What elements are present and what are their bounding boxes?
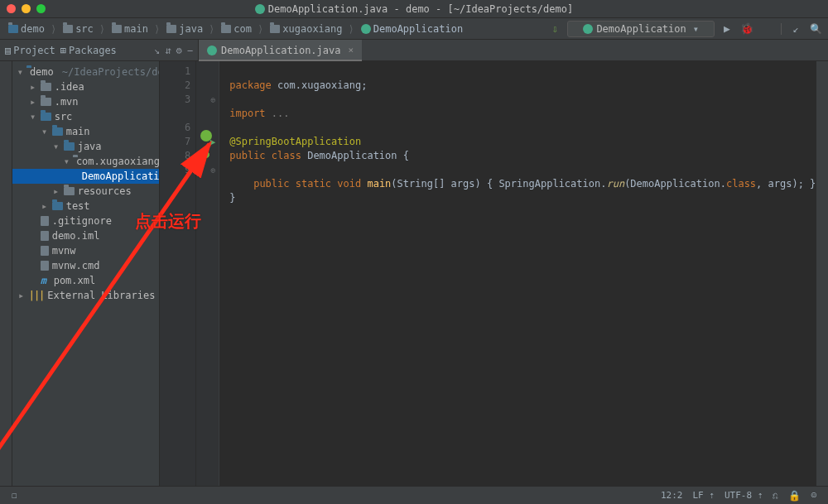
maven-icon: [41, 273, 51, 288]
tree-node-demo-iml[interactable]: demo.iml: [12, 228, 160, 243]
tree-node-src[interactable]: ▾src: [12, 109, 160, 124]
chevron-right-icon: ⟩: [258, 23, 263, 35]
breadcrumb-java[interactable]: java⟩: [163, 23, 218, 35]
tree-node-mvnw[interactable]: mvnw: [12, 243, 160, 258]
line-number[interactable]: [160, 107, 190, 121]
status-messages[interactable]: ☐: [7, 490, 22, 501]
folder-icon: [64, 142, 75, 151]
caret-position[interactable]: 12:2: [656, 490, 688, 501]
folder-icon: [52, 127, 63, 136]
editor-tab-label: DemoApplication.java: [221, 45, 341, 56]
folder-icon: [41, 83, 51, 91]
autoscroll-icon[interactable]: ↘: [154, 45, 160, 56]
debug-button[interactable]: 🐞: [739, 22, 754, 36]
run-button[interactable]: ▶: [720, 22, 734, 36]
titlebar: DemoApplication.java - demo - [~/IdeaPro…: [0, 0, 828, 18]
chevron-right-icon: ⟩: [349, 23, 354, 35]
line-number[interactable]: 1: [160, 65, 190, 79]
line-separator[interactable]: LF ⇡: [688, 490, 720, 501]
folder-icon: [41, 113, 51, 121]
gutter-line-numbers: 1236789: [160, 61, 196, 486]
editor[interactable]: 1236789 ⊕ ▶ ⊕ package com.xugaoxiang; im…: [160, 61, 816, 486]
line-number[interactable]: 3: [160, 93, 190, 107]
editor-tab-demoapplication[interactable]: DemoApplication.java ×: [199, 40, 362, 60]
gear-icon[interactable]: ⚙: [176, 45, 182, 56]
branch-widget[interactable]: ⎌: [768, 490, 783, 501]
tree-node-demoapplication[interactable]: DemoApplication: [12, 169, 160, 184]
file-encoding[interactable]: UTF-8 ⇡: [720, 490, 768, 501]
breadcrumb-main[interactable]: main⟩: [108, 23, 163, 35]
chevron-right-icon: ⟩: [51, 23, 56, 35]
chevron-right-icon: ⟩: [99, 23, 105, 35]
close-tab-icon[interactable]: ×: [349, 45, 354, 55]
tree-root[interactable]: ▾demo~/IdeaProjects/demo: [12, 65, 160, 79]
file-icon: [41, 216, 49, 226]
project-tree: ▾demo~/IdeaProjects/demo▸.idea▸.mvn▾src▾…: [12, 61, 161, 486]
toolwindow-stripe-left[interactable]: [0, 61, 12, 486]
line-number[interactable]: [160, 177, 190, 191]
run-config-label: DemoApplication: [596, 23, 686, 35]
tool-tabs-row: ▤Project ⊞Packages ↘ ⇵ ⚙ − DemoApplicati…: [0, 40, 828, 61]
gutter-icons: ⊕ ▶ ⊕: [196, 61, 219, 486]
update-project-icon[interactable]: ↙: [788, 22, 803, 36]
annotation-text: 点击运行: [135, 214, 201, 228]
folder-icon: [52, 202, 63, 210]
toolwindow-stripe-right[interactable]: [816, 61, 828, 486]
line-number[interactable]: 9: [160, 163, 190, 177]
file-icon: [41, 261, 49, 271]
file-icon: [41, 246, 49, 256]
packages-tool-tab[interactable]: ⊞Packages: [60, 45, 117, 56]
readonly-lock-icon[interactable]: 🔒: [783, 490, 806, 502]
folder-icon: [63, 25, 73, 33]
fold-icon[interactable]: ⊕: [210, 163, 215, 177]
navigation-bar: demo⟩src⟩main⟩java⟩com⟩xugaoxiang⟩DemoAp…: [0, 18, 828, 40]
external-libraries[interactable]: ▸External Libraries: [12, 288, 160, 303]
project-tool-tab[interactable]: ▤Project: [5, 45, 55, 56]
code-area[interactable]: package com.xugaoxiang; import ... @Spri…: [219, 61, 816, 486]
window-title: DemoApplication.java - demo - [~/IdeaPro…: [0, 3, 828, 15]
tree-node-java[interactable]: ▾java: [12, 139, 160, 154]
line-number[interactable]: 2: [160, 79, 190, 93]
java-class-icon: [207, 46, 217, 55]
chevron-right-icon: ⟩: [209, 23, 214, 35]
line-number[interactable]: 6: [160, 121, 190, 135]
run-config-selector[interactable]: DemoApplication: [567, 21, 715, 37]
folder-icon: [64, 187, 75, 195]
breadcrumb-demoapplication[interactable]: DemoApplication: [358, 23, 466, 35]
folder-icon: [221, 25, 231, 33]
folder-icon: [8, 25, 18, 33]
chevron-right-icon: ⟩: [154, 23, 160, 35]
tree-node-mvnw-cmd[interactable]: mvnw.cmd: [12, 258, 160, 273]
tree-node-pom-xml[interactable]: pom.xml: [12, 273, 160, 288]
run-config-icon: [583, 24, 593, 34]
chevron-down-icon: [690, 23, 699, 35]
folder-icon: [41, 98, 51, 106]
line-number[interactable]: 7: [160, 135, 190, 149]
libraries-icon: [29, 288, 45, 303]
folder-icon: [166, 25, 176, 33]
java-class-icon: [255, 4, 265, 14]
hector-icon[interactable]: ☺: [806, 490, 821, 501]
tree-node-main[interactable]: ▾main: [12, 124, 160, 139]
fold-icon[interactable]: ⊕: [210, 93, 215, 107]
status-bar: ☐ 12:2 LF ⇡ UTF-8 ⇡ ⎌ 🔒 ☺: [0, 486, 828, 504]
breadcrumb-xugaoxiang[interactable]: xugaoxiang⟩: [267, 23, 357, 35]
breadcrumb-src[interactable]: src⟩: [60, 23, 108, 35]
line-number[interactable]: 8: [160, 149, 190, 163]
tree-node--idea[interactable]: ▸.idea: [12, 79, 160, 94]
hide-icon[interactable]: −: [187, 45, 193, 56]
stop-button[interactable]: [759, 22, 774, 36]
tree-node--mvn[interactable]: ▸.mvn: [12, 94, 160, 109]
folder-icon: [270, 25, 280, 33]
search-icon[interactable]: 🔍: [808, 22, 823, 36]
build-icon[interactable]: ⇩: [547, 22, 562, 36]
breadcrumb-demo[interactable]: demo⟩: [5, 23, 60, 35]
breadcrumb-com[interactable]: com⟩: [218, 23, 267, 35]
collapse-icon[interactable]: ⇵: [165, 45, 171, 56]
main-body: ▾demo~/IdeaProjects/demo▸.idea▸.mvn▾src▾…: [0, 61, 828, 486]
java-class-icon: [361, 24, 371, 34]
tree-node-resources[interactable]: ▸resources: [12, 184, 160, 199]
file-icon: [41, 231, 49, 241]
tree-node-com-xugaoxiang[interactable]: ▾com.xugaoxiang: [12, 154, 160, 169]
window-title-text: DemoApplication.java - demo - [~/IdeaPro…: [268, 3, 573, 15]
